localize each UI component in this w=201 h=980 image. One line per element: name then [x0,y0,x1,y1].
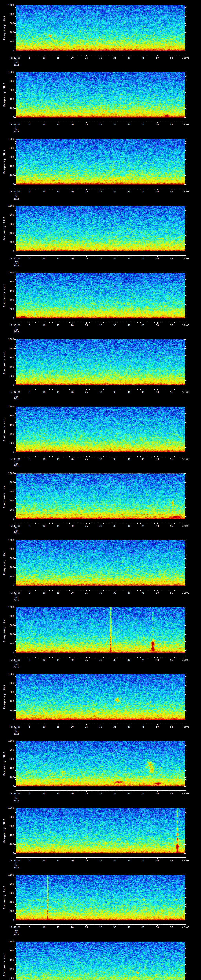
x-tick-label: 15 [57,124,59,126]
y-tick-label: 200 [3,509,14,511]
y-tick [15,955,16,956]
x-tick-label: 10 [43,191,45,193]
y-tick [183,23,186,24]
y-tick [185,213,186,213]
y-tick [185,21,186,21]
y-tick [14,318,16,318]
x-tick-label: 10 [43,257,45,260]
y-tick-label: 200 [3,174,14,177]
y-tick [183,339,186,340]
y-tick [185,614,186,614]
y-tick [185,162,186,162]
y-axis-title: Frequency (Hz) [3,216,6,241]
y-tick-label: 600 [3,356,14,359]
y-tick [15,369,16,369]
y-tick [15,438,16,439]
y-tick [185,480,186,480]
y-tick [15,503,16,503]
spectrogram-image [16,942,185,980]
y-tick [14,893,16,893]
y-tick [185,904,186,905]
x-tick-label: 5 [29,257,30,260]
y-tick [14,72,16,72]
y-tick [15,418,16,418]
date-label: 2015 [14,331,19,334]
spectrogram-image [16,407,185,452]
y-tick [15,842,16,842]
x-tick-label: 10 [43,659,45,661]
x-tick-label: 20 [71,859,73,862]
y-tick [15,706,16,706]
y-tick [15,881,16,882]
y-tick [185,447,186,448]
y-tick [185,427,186,427]
y-axis-title: Frequency (Hz) [3,16,6,40]
y-tick [185,609,186,610]
y-tick [185,79,186,79]
y-tick [15,752,16,752]
y-tick [185,851,186,851]
y-tick [183,32,186,33]
y-tick [185,16,186,17]
x-tick-label: 40 [128,592,130,594]
y-tick-label: 0 [3,250,14,253]
x-tick-label: 10 [43,324,45,326]
x-tick-label: 35 [113,592,116,594]
y-tick [185,355,186,356]
y-tick [15,344,16,344]
y-tick [14,701,16,702]
x-tick-label: 10 [43,525,45,527]
x-tick-label: 15 [57,57,59,59]
spectrogram-panel: Frequency (Hz)02004006008001000510152025… [0,535,201,602]
x-tick-label: 55 [170,659,173,661]
y-tick [185,879,186,880]
y-tick [183,473,186,474]
x-tick-label: 40 [128,458,130,460]
y-tick [15,143,16,144]
y-axis-title: Frequency (Hz) [3,952,6,977]
x-tick-label: 15 [57,926,59,929]
y-tick [15,824,16,824]
y-axis-title: Frequency (Hz) [3,885,6,910]
y-tick [15,973,16,974]
y-tick [15,480,16,480]
x-tick-label: 15 [57,659,59,661]
y-tick [185,277,186,277]
y-tick [15,485,16,485]
x-tick-label: 20 [71,57,73,59]
y-tick [185,344,186,344]
y-tick [14,741,16,741]
end-time-label: 40:00 [182,725,189,728]
x-tick-label: 10 [43,926,45,929]
y-tick [15,837,16,838]
x-tick-label: 50 [156,725,159,728]
y-tick [14,844,16,845]
y-tick [183,719,186,720]
y-tick [185,12,186,12]
x-tick-label: 30 [99,124,102,126]
y-tick [15,213,16,213]
y-tick [14,41,16,42]
y-tick [183,139,186,139]
spectrogram-image [16,741,185,786]
y-tick [183,585,186,586]
x-tick-label: 45 [142,191,145,193]
y-tick [185,579,186,579]
x-tick-label: 35 [113,725,116,728]
y-tick [185,944,186,944]
y-tick [185,498,186,499]
y-tick [14,157,16,158]
y-tick [14,585,16,586]
y-tick [15,311,16,312]
y-tick-label: 600 [3,557,14,560]
y-tick [14,768,16,768]
x-tick-label: 20 [71,124,73,126]
y-tick [15,766,16,766]
y-tick [185,441,186,441]
y-tick [14,719,16,720]
spectrogram-image [16,139,185,185]
y-tick-label: 200 [3,643,14,645]
y-tick [185,897,186,898]
y-tick [15,632,16,633]
y-tick [15,748,16,748]
